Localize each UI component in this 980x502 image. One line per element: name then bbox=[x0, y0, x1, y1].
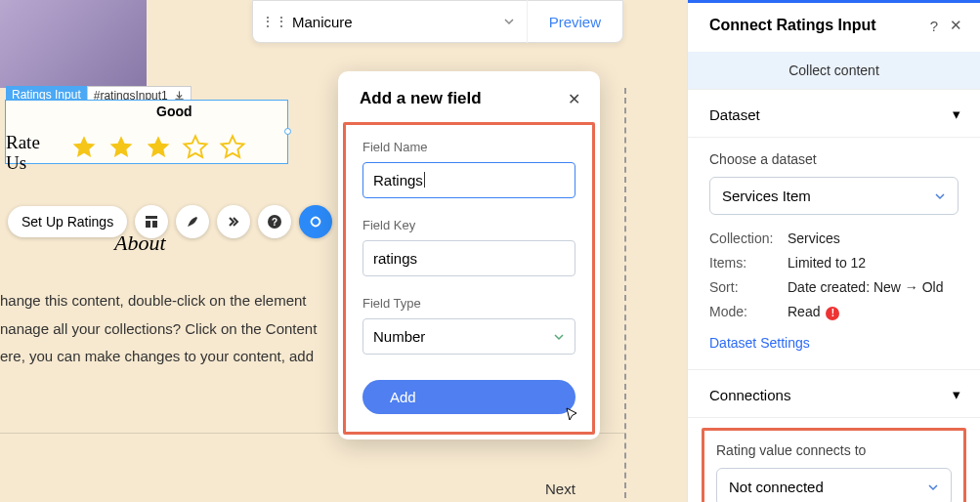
svg-rect-2 bbox=[152, 221, 157, 228]
preview-button[interactable]: Preview bbox=[527, 0, 622, 43]
chevron-down-icon bbox=[553, 331, 565, 343]
field-type-value: Number bbox=[373, 328, 425, 345]
help-button[interactable]: ? bbox=[258, 205, 291, 238]
dataset-select[interactable]: Services Item bbox=[709, 177, 959, 215]
star-icon[interactable] bbox=[70, 134, 98, 161]
add-button[interactable]: Add bbox=[362, 380, 575, 414]
element-action-bar: Set Up Ratings ? bbox=[8, 205, 332, 238]
svg-text:?: ? bbox=[272, 217, 277, 228]
modal-body-highlight: Field Name Ratings Field Key ratings Fie… bbox=[343, 122, 595, 435]
caret-down-icon: ▾ bbox=[953, 386, 960, 403]
dataset-header-label: Dataset bbox=[709, 106, 760, 123]
field-name-input[interactable]: Ratings bbox=[362, 162, 575, 198]
mode-value: Read! bbox=[788, 304, 839, 320]
dataset-section-header[interactable]: Dataset ▾ bbox=[688, 89, 980, 138]
item-dropdown-label: Manicure bbox=[292, 14, 353, 30]
panel-title: Connect Ratings Input bbox=[709, 17, 923, 34]
chevron-down-icon bbox=[934, 190, 946, 202]
mode-key: Mode: bbox=[709, 304, 788, 320]
svg-rect-0 bbox=[146, 216, 157, 219]
rating-value-select[interactable]: Not connected bbox=[716, 468, 952, 502]
element-toolbar: ⋮⋮ Manicure Preview bbox=[252, 0, 623, 43]
resize-handle[interactable] bbox=[284, 128, 291, 135]
modal-title: Add a new field bbox=[360, 89, 482, 108]
star-icon[interactable] bbox=[145, 134, 172, 161]
rate-us-label: RateUs bbox=[6, 133, 40, 174]
items-value: Limited to 12 bbox=[788, 255, 866, 271]
field-key-input[interactable]: ratings bbox=[362, 240, 575, 276]
about-heading: About bbox=[114, 230, 166, 256]
connections-highlight: Rating value connects to Not connected bbox=[702, 428, 966, 502]
rating-tooltip-label: Good bbox=[156, 104, 192, 119]
item-dropdown[interactable]: Manicure bbox=[280, 14, 527, 30]
drag-handle-icon[interactable]: ⋮⋮ bbox=[261, 14, 280, 29]
field-type-label: Field Type bbox=[362, 296, 575, 311]
help-icon[interactable]: ? bbox=[923, 18, 945, 34]
dataset-select-value: Services Item bbox=[722, 188, 811, 204]
design-button[interactable] bbox=[176, 205, 209, 238]
connections-section-body: Rating value connects to Not connected bbox=[688, 418, 980, 502]
image-placeholder bbox=[0, 0, 147, 88]
dataset-section-body: Choose a dataset Services Item Collectio… bbox=[688, 138, 980, 369]
star-icon[interactable] bbox=[107, 134, 135, 161]
caret-down-icon: ▾ bbox=[953, 105, 960, 123]
close-icon[interactable]: ✕ bbox=[568, 90, 580, 108]
collection-value: Services bbox=[788, 230, 840, 246]
choose-dataset-label: Choose a dataset bbox=[709, 151, 959, 167]
next-link[interactable]: Next bbox=[545, 481, 575, 497]
cursor-icon bbox=[564, 406, 581, 424]
collection-key: Collection: bbox=[709, 230, 788, 246]
field-key-label: Field Key bbox=[362, 218, 575, 232]
field-name-label: Field Name bbox=[362, 140, 575, 154]
close-icon[interactable]: ✕ bbox=[945, 17, 966, 34]
star-icon[interactable] bbox=[182, 134, 209, 161]
rating-value-select-value: Not connected bbox=[729, 479, 824, 495]
svg-rect-1 bbox=[146, 221, 150, 228]
chevron-down-icon bbox=[503, 14, 515, 30]
sort-key: Sort: bbox=[709, 279, 788, 295]
connections-section-header[interactable]: Connections ▾ bbox=[688, 369, 980, 418]
setup-ratings-button[interactable]: Set Up Ratings bbox=[8, 206, 127, 237]
field-type-select[interactable]: Number bbox=[362, 318, 575, 355]
collect-content-button[interactable]: Collect content bbox=[688, 52, 980, 89]
warning-icon: ! bbox=[826, 307, 839, 320]
connections-header-label: Connections bbox=[709, 387, 790, 403]
add-field-modal: Add a new field ✕ Field Name Ratings Fie… bbox=[338, 71, 600, 439]
guide-line bbox=[624, 88, 626, 498]
star-icon[interactable] bbox=[219, 134, 246, 161]
chevron-down-icon bbox=[927, 481, 939, 493]
animation-button[interactable] bbox=[217, 205, 250, 238]
items-key: Items: bbox=[709, 255, 788, 271]
star-row bbox=[70, 134, 246, 161]
rating-value-label: Rating value connects to bbox=[716, 442, 952, 458]
connect-data-button[interactable] bbox=[299, 205, 332, 238]
sort-value: Date created: New → Old bbox=[788, 279, 944, 295]
dataset-settings-link[interactable]: Dataset Settings bbox=[709, 335, 810, 351]
connect-panel: Connect Ratings Input ? ✕ Collect conten… bbox=[687, 0, 980, 502]
